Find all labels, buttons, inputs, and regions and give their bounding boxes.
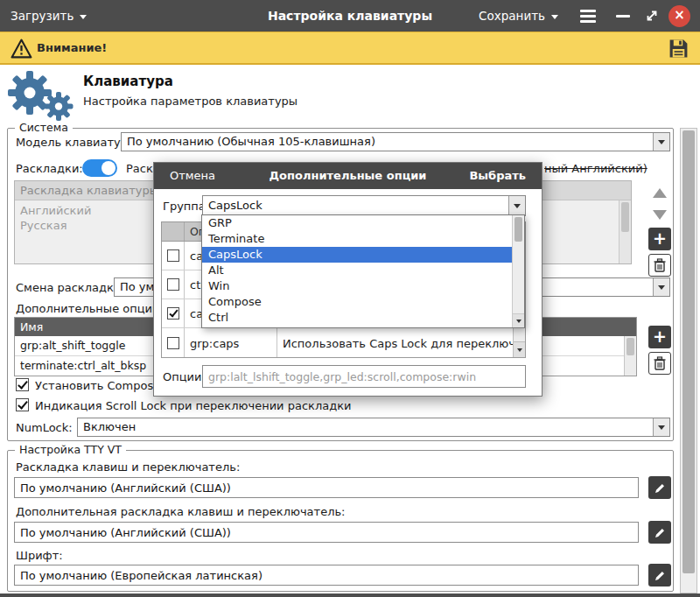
scrollbar-thumb[interactable] bbox=[514, 217, 522, 242]
keyboard-model-value: По умолчанию (Обычная 105-клавишная) bbox=[127, 133, 375, 151]
option-checkbox[interactable] bbox=[167, 278, 179, 291]
group-option[interactable]: Compose bbox=[202, 294, 524, 310]
maximize-button[interactable] bbox=[644, 9, 662, 25]
scrollbar-thumb[interactable] bbox=[621, 202, 629, 232]
move-down-button[interactable] bbox=[648, 205, 671, 224]
window-bottom-edge bbox=[0, 593, 700, 597]
save-menu-label: Сохранить bbox=[479, 9, 545, 23]
option-checkbox[interactable] bbox=[167, 337, 179, 349]
dropdown-scrollbar[interactable] bbox=[512, 215, 524, 327]
scrolllock-checkbox-label: Индикация Scroll Lock при переключении р… bbox=[35, 399, 351, 412]
toggle-knob bbox=[102, 161, 116, 175]
pencil-icon bbox=[654, 527, 666, 538]
move-up-button[interactable] bbox=[648, 183, 671, 202]
load-menu-label: Загрузить bbox=[10, 9, 74, 23]
group-option[interactable]: Win bbox=[202, 278, 524, 294]
extra-options-label: Дополнительные опции: bbox=[16, 302, 164, 315]
tty-font-label: Шрифт: bbox=[16, 549, 63, 562]
compose-checkbox-label: Установить Compose bbox=[35, 379, 160, 392]
checkbox-column-header bbox=[162, 222, 185, 241]
group-option[interactable]: Alt bbox=[202, 263, 524, 278]
scrollbar-thumb[interactable] bbox=[682, 130, 695, 573]
layouts-label: Раскладки: bbox=[16, 162, 83, 175]
options-table-scrollbar[interactable] bbox=[624, 336, 636, 376]
chevron-down-icon bbox=[551, 15, 558, 19]
edit-tty-font-button[interactable] bbox=[648, 564, 671, 586]
numlock-label: NumLock: bbox=[16, 421, 73, 434]
group-option[interactable]: Ctrl bbox=[202, 310, 524, 326]
pencil-icon bbox=[654, 570, 666, 581]
keyboard-settings-window: Загрузить Настройка клавиатуры Сохранить… bbox=[0, 0, 700, 597]
compose-checkbox[interactable] bbox=[16, 378, 29, 391]
tty-extra-layout-label: Дополнительная раскладка клавиш и перекл… bbox=[16, 505, 345, 518]
chevron-down-icon bbox=[653, 133, 669, 151]
system-panel-legend: Система bbox=[15, 122, 73, 134]
group-dropdown-list: GRP Terminate CapsLock Alt Win Compose C… bbox=[201, 214, 525, 328]
option-checkbox[interactable] bbox=[167, 307, 179, 320]
dialog-header: Отмена Дополнительные опции Выбрать bbox=[154, 163, 542, 189]
layouts-toggle[interactable] bbox=[82, 159, 117, 177]
option-checkbox[interactable] bbox=[167, 249, 179, 262]
options-string-input[interactable] bbox=[202, 365, 526, 388]
save-menu-button[interactable]: Сохранить bbox=[479, 0, 558, 32]
page-scrollbar[interactable] bbox=[680, 128, 697, 593]
tty-layout-label: Раскладка клавиш и переключатель: bbox=[16, 460, 240, 474]
hamburger-icon bbox=[580, 10, 596, 12]
arrow-down-icon bbox=[517, 348, 522, 352]
page-title: Клавиатура bbox=[83, 74, 173, 89]
layouts-text-right: ный Английский) bbox=[544, 162, 648, 175]
table-row[interactable]: grp:caps Использовать Caps Lock для пере… bbox=[162, 328, 525, 358]
option-name: grp:caps bbox=[185, 328, 277, 358]
tty-extra-layout-input[interactable] bbox=[14, 522, 639, 543]
warning-bar: Внимание! bbox=[0, 32, 700, 65]
group-select[interactable]: CapsLock bbox=[202, 195, 526, 216]
close-icon: × bbox=[674, 7, 685, 23]
scrolllock-checkbox[interactable] bbox=[16, 398, 29, 411]
add-option-button[interactable]: + bbox=[648, 326, 671, 348]
group-option[interactable]: Terminate bbox=[202, 231, 524, 247]
edit-tty-layout-button[interactable] bbox=[648, 476, 671, 499]
plus-icon: + bbox=[653, 328, 667, 345]
group-option[interactable]: GRP bbox=[202, 215, 524, 231]
keyboard-gears-icon bbox=[5, 67, 75, 121]
select-button[interactable]: Выбрать bbox=[469, 163, 526, 189]
layout-switch-label: Смена раскладки: bbox=[16, 281, 125, 294]
add-layout-button[interactable]: + bbox=[648, 228, 671, 250]
group-value: CapsLock bbox=[208, 196, 262, 215]
arrow-down-icon bbox=[516, 320, 522, 323]
titlebar: Загрузить Настройка клавиатуры Сохранить… bbox=[0, 0, 700, 32]
numlock-value: Включен bbox=[83, 418, 136, 436]
plus-icon: + bbox=[653, 230, 667, 247]
hamburger-menu-button[interactable] bbox=[577, 6, 599, 25]
window-title: Настройка клавиатуры bbox=[268, 0, 432, 32]
pencil-icon bbox=[654, 482, 666, 494]
chevron-down-icon bbox=[508, 196, 525, 215]
scrollbar-thumb[interactable] bbox=[626, 338, 634, 355]
numlock-select[interactable]: Включен bbox=[77, 418, 670, 437]
scroll-down-button[interactable] bbox=[513, 313, 524, 327]
delete-layout-button[interactable] bbox=[648, 254, 671, 277]
listbox-scrollbar[interactable] bbox=[619, 200, 631, 263]
scroll-down-button[interactable] bbox=[514, 341, 525, 357]
save-file-icon[interactable] bbox=[668, 38, 690, 60]
page-subtitle: Настройка параметров клавиатуры bbox=[83, 95, 298, 108]
options-string-label: Опции: bbox=[163, 370, 206, 383]
tty-layout-input[interactable] bbox=[14, 477, 639, 498]
trash-icon bbox=[654, 356, 666, 370]
edit-tty-extra-layout-button[interactable] bbox=[648, 521, 671, 544]
arrow-up-icon bbox=[653, 188, 667, 198]
keyboard-model-select[interactable]: По умолчанию (Обычная 105-клавишная) bbox=[121, 132, 670, 151]
tty-font-input[interactable] bbox=[14, 565, 639, 586]
group-option-selected[interactable]: CapsLock bbox=[202, 247, 524, 263]
chevron-down-icon bbox=[653, 418, 669, 436]
minimize-button[interactable] bbox=[614, 6, 632, 25]
expand-icon bbox=[644, 9, 660, 23]
close-button[interactable]: × bbox=[668, 5, 690, 27]
trash-icon bbox=[654, 258, 666, 272]
chevron-down-icon bbox=[80, 15, 87, 19]
delete-option-button[interactable] bbox=[648, 352, 671, 375]
warning-icon bbox=[10, 39, 32, 59]
cancel-button[interactable]: Отмена bbox=[170, 163, 215, 189]
arrow-down-icon bbox=[653, 210, 667, 220]
load-menu-button[interactable]: Загрузить bbox=[10, 0, 87, 32]
